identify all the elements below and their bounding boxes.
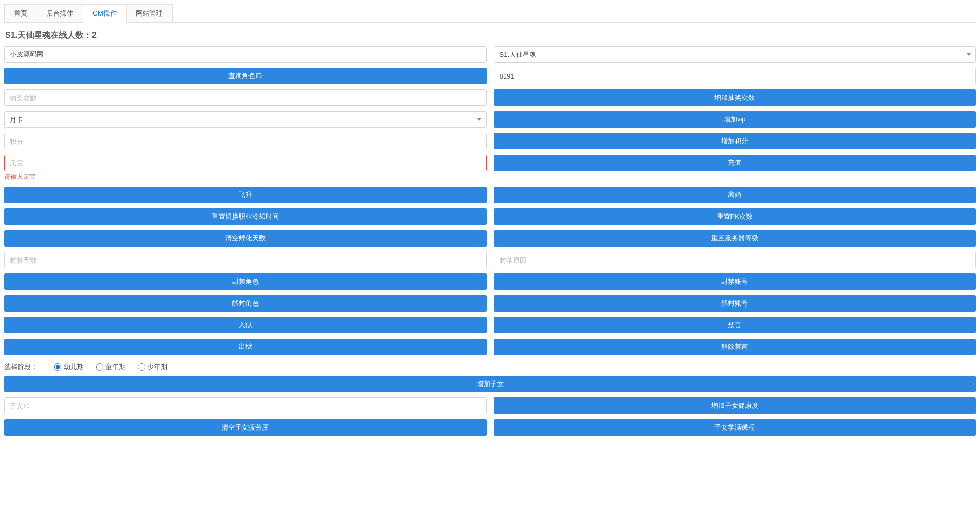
tab-home[interactable]: 首页 [4,4,37,22]
release-button[interactable]: 出狱 [4,339,487,355]
stage-radio-youth[interactable] [138,363,145,371]
jail-button[interactable]: 入狱 [4,317,487,333]
ban-account-button[interactable]: 封禁账号 [494,273,976,290]
tab-backend[interactable]: 后台操作 [37,4,83,22]
stage-option-child[interactable]: 童年期 [96,362,126,372]
server-select[interactable]: S1.天仙星魂 [494,46,976,63]
unban-role-button[interactable]: 解封角色 [4,295,487,312]
yuanbao-input[interactable] [4,155,487,171]
draw-count-input[interactable] [4,89,487,106]
online-count-heading: S1.天仙星魂在线人数：2 [4,30,976,41]
divorce-button[interactable]: 离婚 [494,187,976,203]
unban-account-button[interactable]: 解封账号 [494,295,976,312]
mute-button[interactable]: 禁言 [494,317,976,333]
ban-role-button[interactable]: 封禁角色 [4,273,487,290]
tab-site[interactable]: 网站管理 [126,4,173,22]
recharge-button[interactable]: 充值 [494,155,976,171]
points-input[interactable] [4,133,487,149]
stage-label: 选择阶段： [4,362,38,372]
yuanbao-error-text: 请输入元宝 [4,173,487,181]
ban-reason-input[interactable] [494,252,976,268]
stage-radio-child[interactable] [96,363,103,371]
vip-select[interactable]: 月卡 [4,111,487,128]
query-role-id-button[interactable]: 查询角色ID [4,68,487,84]
add-points-button[interactable]: 增加积分 [494,133,976,149]
reset-server-level-button[interactable]: 重置服务器等级 [494,230,976,247]
stage-radio-infant[interactable] [54,363,61,371]
clear-incubation-button[interactable]: 清空孵化天数 [4,230,487,247]
unmute-button[interactable]: 解除禁言 [494,339,976,355]
add-vip-button[interactable]: 增加vip [494,111,976,128]
add-child-health-button[interactable]: 增加子女健康度 [494,397,976,414]
stage-option-youth[interactable]: 少年期 [138,362,167,372]
player-name-input[interactable] [4,46,487,63]
stage-radio-group: 选择阶段： 幼儿期 童年期 少年期 [4,360,976,376]
reset-job-cd-button[interactable]: 重置切换职业冷却时间 [4,208,487,225]
tab-gm[interactable]: GM操作 [83,4,127,23]
add-draw-button[interactable]: 增加抽奖次数 [494,89,976,106]
add-child-button[interactable]: 增加子女 [4,376,976,392]
child-id-input[interactable] [4,397,487,414]
stage-option-infant[interactable]: 幼儿期 [54,362,84,372]
ascend-button[interactable]: 飞升 [4,187,487,203]
child-full-course-button[interactable]: 子女学满课程 [494,419,976,436]
clear-child-fatigue-button[interactable]: 清空子女疲劳度 [4,419,487,436]
reset-pk-button[interactable]: 重置PK次数 [494,208,976,225]
tab-bar: 首页 后台操作 GM操作 网站管理 [4,4,976,23]
ban-days-input[interactable] [4,252,487,268]
role-id-input[interactable] [494,68,976,84]
